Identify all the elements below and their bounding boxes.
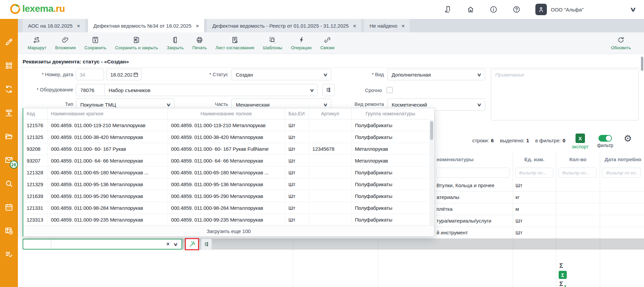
tree-select-button[interactable] [201,239,212,250]
filter-input-qty[interactable] [559,168,596,178]
kind-select[interactable]: Дополнительная∨ [387,69,485,80]
lookup-row[interactable]: 93208000.4859. 011.000- 60- 167 Рукав000… [23,143,429,155]
lookup-row[interactable]: 123313000.4859. 011.000-99-235 Металлору… [23,214,429,226]
sidebar-item-calendar[interactable] [1,199,17,215]
number-field[interactable] [76,69,104,80]
filter-input[interactable] [603,168,640,177]
number-input[interactable] [76,72,104,78]
templates-button[interactable]: Шаблоны [258,32,287,54]
gear-icon[interactable]: ⚙ [624,134,632,143]
lookup-row[interactable]: 121329000.4859. 011.000-95-136 Металлору… [23,178,429,190]
filter-input-unit[interactable] [515,168,553,178]
sum-icon[interactable]: Σ [559,262,563,269]
lookup-row[interactable]: 121325000.4859. 011.000-38-420 Металлору… [23,131,429,143]
equipment-combobox[interactable]: 78076 Набор съемников ∨ [76,84,318,96]
grid-row-unit[interactable]: м [515,203,553,215]
sidebar-item-tasks[interactable] [1,246,17,262]
lookup-row[interactable]: 121331000.4859. 011.000-98-284 Металлору… [23,202,429,214]
lookup-col-full-name[interactable]: Наименование полное [168,108,285,119]
grid-column-header-qty[interactable]: Кол-во [556,152,600,166]
sidebar-item-documents[interactable] [1,128,17,144]
note-textarea[interactable] [491,69,638,120]
lookup-col-short-name[interactable]: Наименование краткое [48,108,168,119]
info-icon[interactable] [489,5,498,13]
equipment-tree-button[interactable] [323,84,335,96]
sidebar-item-sync[interactable] [1,81,17,97]
lexema-logo[interactable]: lexema.ru [9,3,65,15]
refresh-button[interactable]: Обновить [607,32,635,54]
operations-button[interactable]: Операции [287,32,316,54]
contract-icon[interactable] [444,5,452,13]
sidebar-item-print-queue[interactable] [1,105,17,121]
help-icon[interactable] [512,5,521,13]
sidebar-item-search[interactable] [1,175,17,192]
grid-column-header-nomenclature[interactable]: номенклатуры [437,152,511,166]
grid-row-unit[interactable]: кг [515,191,553,203]
filter-input[interactable] [559,168,596,177]
clear-icon[interactable]: × [166,241,169,247]
calendar-icon[interactable] [133,72,139,78]
lookup-col-group[interactable]: Группа номенклатуры [352,108,429,119]
toggle-on-icon[interactable] [598,135,612,142]
lookup-row[interactable]: 121639000.4859. 011.000-95-290 Металлору… [23,190,429,202]
lookup-col-article[interactable]: Артикул [309,108,352,119]
sidebar-item-reports[interactable] [1,223,17,239]
close-button[interactable]: Закрыть [162,32,188,54]
sidebar-item-edit[interactable] [1,34,17,50]
lookup-row[interactable]: 121328000.4859. 011.000-65-180 Металлору… [23,167,429,178]
sidebar-item-qr[interactable] [1,57,17,74]
tab-defect-registry[interactable]: Дефектная ведомость - Реестр от 01.01.20… [207,19,361,32]
grid-row-unit[interactable]: Шт [515,227,553,238]
chevron-down-icon[interactable]: ∨ [173,242,178,247]
load-more-button[interactable]: Загрузить еще 100 [23,225,434,236]
tab-aos[interactable]: АОС на 18.02.2025× [23,19,85,32]
grid-row-name[interactable]: атериалы [437,191,511,203]
links-button[interactable]: Связки [316,32,339,54]
route-button[interactable]: Маршрут [23,32,51,54]
lookup-row[interactable]: 93207000.4859. 011.000- 64- 66 Металлору… [23,155,429,167]
export-excel-button[interactable]: X экспорт [572,134,589,149]
sum-selected-icon[interactable]: Σ [559,271,567,279]
filter-input[interactable] [437,168,509,177]
lookup-row[interactable]: 121576000.4859. 011.000-119-210 Металлор… [23,119,429,131]
sum-filtered-icon[interactable]: Σ▼ [559,280,567,287]
grid-row-name[interactable]: плётка [437,203,511,215]
scrollbar-thumb[interactable] [430,121,433,140]
tab-close-icon[interactable]: × [196,23,199,29]
date-input[interactable] [107,72,133,78]
tab-close-icon[interactable]: × [353,23,356,29]
page-scrollbar[interactable] [641,57,643,71]
print-button[interactable]: Печать [188,32,211,54]
filter-input-nomenclature[interactable] [436,168,509,178]
combobox-code-cell[interactable] [23,239,51,249]
grid-row-name[interactable]: тура/материалы/услуги [437,215,511,227]
urgent-checkbox[interactable] [387,87,393,93]
lookup-col-code[interactable]: Код [23,108,48,119]
note-field[interactable] [491,69,639,120]
lookup-scrollbar[interactable] [429,120,434,225]
date-field[interactable] [107,69,142,80]
grid-row-name[interactable]: Втулки, Кольца и прочее [437,179,511,191]
status-select[interactable]: Создан∨ [231,69,331,80]
grid-row-name[interactable]: й инструмент [437,227,511,238]
tab-not-found[interactable]: Не найдено× [364,19,410,32]
tab-defect-sheet[interactable]: Дефектная ведомость №34 от 18.02.2025× [88,19,204,32]
save-and-close-button[interactable]: Сохранить и закрыть [111,32,162,54]
filter-input[interactable] [516,168,553,177]
chevron-down-icon[interactable]: ∨ [630,6,637,13]
magic-wand-button-highlighted[interactable] [185,238,199,250]
lookup-col-base-unit[interactable]: Баз.ЕИ [285,108,309,119]
save-button[interactable]: Сохранить [80,32,111,54]
tab-close-icon[interactable]: × [77,23,80,29]
avatar[interactable] [535,4,547,15]
home-icon[interactable] [467,5,475,13]
nomenclature-combobox[interactable]: × ∨ [23,239,182,250]
grid-column-header-date[interactable]: Дата потребно [605,152,644,166]
tab-close-icon[interactable]: × [402,23,405,29]
approval-sheet-button[interactable]: Лист согласования [211,32,258,54]
sidebar-item-mail[interactable]: 28 [1,152,17,168]
grid-row-unit[interactable]: Шт [515,215,553,227]
grid-row-unit[interactable]: Шт [515,179,553,191]
attachments-button[interactable]: Вложения [51,32,80,54]
filter-input-date[interactable] [603,168,641,178]
